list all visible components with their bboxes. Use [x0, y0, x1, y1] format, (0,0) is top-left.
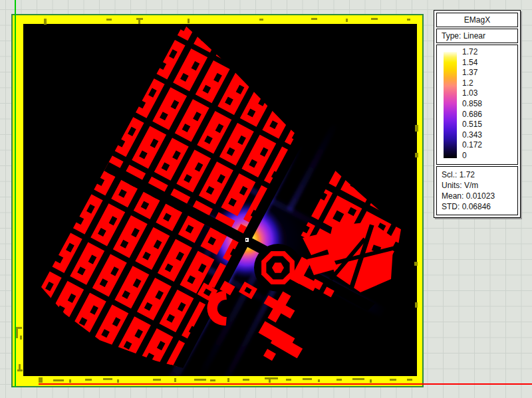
edge-geometry-mark [227, 378, 229, 382]
edge-geometry-mark [414, 262, 418, 266]
edge-geometry-mark [69, 379, 71, 383]
edge-geometry-mark [346, 19, 348, 22]
edge-geometry-mark [19, 364, 21, 371]
edge-geometry-mark [117, 379, 119, 383]
y-axis-line [15, 0, 16, 387]
application-workspace: { "legend": { "title": "EMagX", "type_la… [0, 0, 532, 398]
stat-scale: Scl.: 1.72 [442, 169, 517, 180]
colorbar-tick: 1.54 [462, 58, 477, 68]
edge-geometry-mark [153, 379, 161, 381]
stat-std: STD: 0.06846 [442, 201, 517, 212]
stat-units: Units: V/m [442, 180, 517, 191]
legend-title: EMagX [436, 13, 518, 27]
edge-geometry-mark [415, 302, 418, 308]
x-axis-line [39, 383, 532, 385]
colorbar-tick: 0.172 [462, 140, 482, 150]
edge-geometry-mark [371, 18, 378, 20]
edge-geometry-mark [318, 379, 320, 382]
edge-geometry-mark [415, 125, 418, 132]
edge-geometry-mark [106, 19, 112, 21]
edge-geometry-mark [407, 379, 412, 381]
edge-geometry-mark [407, 19, 410, 21]
edge-geometry-mark [194, 379, 206, 381]
legend-stats: Scl.: 1.72 Units: V/m Mean: 0.01023 STD:… [436, 166, 518, 215]
edge-geometry-mark [303, 378, 312, 380]
edge-geometry-mark [265, 377, 278, 379]
edge-geometry-mark [390, 379, 396, 381]
colorbar-tick: 1.72 [462, 47, 477, 57]
colorbar-tick: 1.03 [462, 88, 477, 98]
edge-geometry-mark [138, 20, 140, 24]
edge-geometry-mark [370, 379, 372, 383]
edge-geometry-mark [20, 336, 22, 340]
colorbar-tick: 0.858 [462, 99, 482, 109]
colorbar-tick: 1.2 [462, 78, 473, 88]
stat-mean: Mean: 0.01023 [442, 191, 517, 201]
edge-geometry-mark [16, 329, 18, 338]
colorbar-tick: 0.515 [462, 120, 482, 130]
edge-geometry-mark [415, 153, 418, 157]
edge-geometry-mark [103, 378, 112, 380]
legend-scale-type: Type: Linear [436, 29, 518, 43]
edge-geometry-mark [85, 379, 92, 381]
edge-geometry-mark [286, 379, 291, 381]
edge-geometry-mark [39, 377, 43, 383]
colorbar-tick: 0.686 [462, 110, 482, 120]
colorbar-tick: 0.343 [462, 130, 482, 140]
edge-geometry-mark [188, 19, 190, 23]
legend-panel[interactable]: EMagX Type: Linear 1.721.541.371.21.030.… [434, 10, 521, 218]
edge-geometry-mark [336, 379, 342, 381]
colorbar-gradient [444, 52, 457, 158]
edge-geometry-mark [352, 378, 364, 380]
edge-geometry-mark [210, 379, 215, 381]
edge-geometry-mark [174, 378, 176, 382]
colorbar-section: 1.721.541.371.21.030.8580.6860.5150.3430… [436, 45, 518, 165]
edge-geometry-mark [259, 19, 263, 21]
colorbar-tick: 1.37 [462, 68, 477, 78]
edge-geometry-mark [44, 19, 47, 25]
edge-geometry-mark [243, 379, 249, 381]
edge-geometry-mark [53, 379, 64, 381]
edge-geometry-mark [269, 379, 271, 383]
edge-geometry-mark [311, 18, 317, 20]
colorbar-tick: 0 [462, 151, 467, 161]
